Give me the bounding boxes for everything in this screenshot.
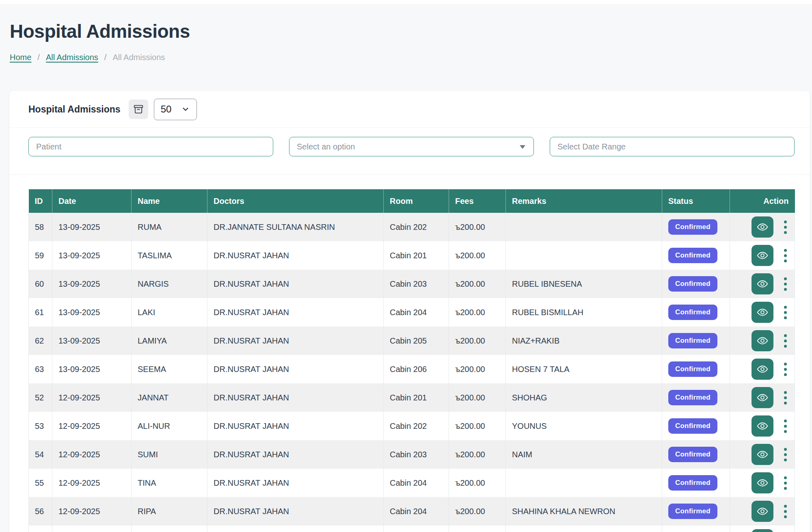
cell-fees: ъ200.00 — [449, 298, 506, 327]
row-menu-button[interactable] — [782, 218, 788, 236]
cell-date: 12-09-2025 — [52, 497, 132, 526]
status-badge: Confirmed — [668, 219, 717, 235]
row-menu-button[interactable] — [782, 474, 788, 492]
cell-status: Confirmed — [662, 213, 730, 241]
view-button[interactable] — [752, 501, 773, 522]
date-range-filter-input[interactable] — [550, 137, 795, 156]
view-button[interactable] — [752, 273, 773, 294]
row-menu-button[interactable] — [782, 275, 788, 293]
cell-action — [730, 213, 795, 241]
cell-name: JANNAT — [132, 383, 207, 412]
kebab-dot — [784, 453, 787, 456]
kebab-dot — [784, 373, 787, 376]
row-menu-button[interactable] — [782, 360, 788, 378]
row-menu-button[interactable] — [782, 332, 788, 350]
view-button[interactable] — [752, 415, 773, 437]
cell-name: TINA — [132, 469, 207, 497]
row-menu-button[interactable] — [782, 417, 788, 435]
kebab-dot — [784, 340, 787, 342]
cell-room — [384, 526, 449, 532]
top-strip — [0, 0, 812, 4]
cell-id: 61 — [29, 298, 52, 327]
table-row: 59 13-09-2025 TASLIMA DR.NUSRAT JAHAN Ca… — [29, 241, 795, 270]
kebab-dot — [784, 368, 787, 371]
cell-status: Confirmed — [662, 497, 730, 526]
archive-icon — [133, 104, 144, 115]
cell-fees: ъ200.00 — [449, 213, 506, 241]
card-header: Hospital Admissions 50 — [9, 91, 810, 128]
breadcrumb-link-home[interactable]: Home — [10, 53, 31, 62]
kebab-dot — [784, 425, 787, 428]
cell-doctor: DR.NUSRAT JAHAN — [207, 497, 384, 526]
table-row: 61 13-09-2025 LAKI DR.NUSRAT JAHAN Cabin… — [29, 298, 795, 327]
row-menu-button[interactable] — [782, 445, 788, 464]
table-row: 56 12-09-2025 RIPA DR.NUSRAT JAHAN Cabin… — [29, 497, 795, 526]
admissions-table-wrap: ID Date Name Doctors Room Fees Remarks S… — [9, 175, 810, 532]
patient-filter-input[interactable] — [28, 137, 273, 156]
cell-doctor: DR.NUSRAT JAHAN — [207, 270, 384, 298]
view-button[interactable] — [752, 216, 773, 238]
card-heading: Hospital Admissions — [28, 104, 121, 115]
cell-status: Confirmed — [662, 327, 730, 355]
kebab-dot — [784, 458, 787, 461]
row-menu-button[interactable] — [782, 502, 788, 521]
view-button[interactable] — [752, 387, 773, 408]
view-button[interactable] — [752, 444, 773, 465]
cell-room: Cabin 204 — [384, 497, 449, 526]
view-button[interactable] — [752, 245, 773, 266]
status-badge: Confirmed — [668, 248, 717, 263]
cell-name: ALI-NUR — [132, 412, 207, 440]
cell-date: 12-09-2025 — [52, 383, 132, 412]
kebab-dot — [784, 448, 787, 451]
kebab-dot — [784, 231, 787, 234]
column-header-status: Status — [662, 189, 730, 213]
view-button[interactable] — [752, 529, 773, 532]
cell-doctor: DR.NUSRAT JAHAN — [207, 440, 384, 469]
option-filter-select[interactable]: Select an option — [289, 137, 534, 156]
per-page-select[interactable]: 50 — [154, 99, 197, 120]
row-menu-button[interactable] — [782, 389, 788, 407]
row-menu-button[interactable] — [782, 247, 788, 265]
status-badge: Confirmed — [668, 333, 717, 348]
admissions-card: Hospital Admissions 50 Select an option — [9, 91, 810, 532]
view-button[interactable] — [752, 302, 773, 323]
row-menu-button[interactable] — [782, 531, 788, 532]
cell-fees: ъ200.00 — [449, 412, 506, 440]
table-row: 55 12-09-2025 TINA DR.NUSRAT JAHAN Cabin… — [29, 469, 795, 497]
view-button[interactable] — [752, 330, 773, 351]
kebab-dot — [784, 402, 787, 404]
per-page-value: 50 — [161, 104, 172, 115]
view-button[interactable] — [752, 472, 773, 493]
triangle-down-icon — [520, 145, 525, 149]
eye-icon — [756, 306, 769, 318]
eye-icon — [756, 505, 769, 517]
cell-status: Confirmed — [662, 469, 730, 497]
eye-icon — [756, 335, 769, 347]
cell-room: Cabin 201 — [384, 383, 449, 412]
breadcrumb-link-all-admissions[interactable]: All Admissions — [46, 53, 98, 62]
cell-remarks: NAIM — [506, 440, 662, 469]
row-menu-button[interactable] — [782, 303, 788, 322]
kebab-dot — [784, 345, 787, 348]
table-row: 58 13-09-2025 RUMA DR.JANNATE SULTANA NA… — [29, 213, 795, 241]
kebab-dot — [784, 226, 787, 229]
page-header: Hospital Admissions Home / All Admission… — [0, 4, 812, 62]
cell-name: SUMI — [132, 440, 207, 469]
kebab-dot — [784, 510, 787, 513]
cell-remarks — [506, 469, 662, 497]
cell-status: Confirmed — [662, 270, 730, 298]
cell-fees: ъ200.00 — [449, 241, 506, 270]
cell-action — [730, 412, 795, 440]
archive-button[interactable] — [129, 99, 148, 119]
column-header-remarks: Remarks — [506, 189, 662, 213]
cell-doctor — [207, 526, 384, 532]
eye-icon — [756, 391, 769, 404]
cell-fees: ъ200.00 — [449, 270, 506, 298]
cell-fees: ъ200.00 — [449, 440, 506, 469]
cell-remarks: SHAHINA KHALA NEWRON — [506, 497, 662, 526]
status-badge: Confirmed — [668, 305, 717, 320]
cell-status: Confirmed — [662, 383, 730, 412]
cell-date: 12-09-2025 — [52, 440, 132, 469]
cell-remarks: RUBEL IBNESENA — [506, 270, 662, 298]
view-button[interactable] — [752, 359, 773, 380]
